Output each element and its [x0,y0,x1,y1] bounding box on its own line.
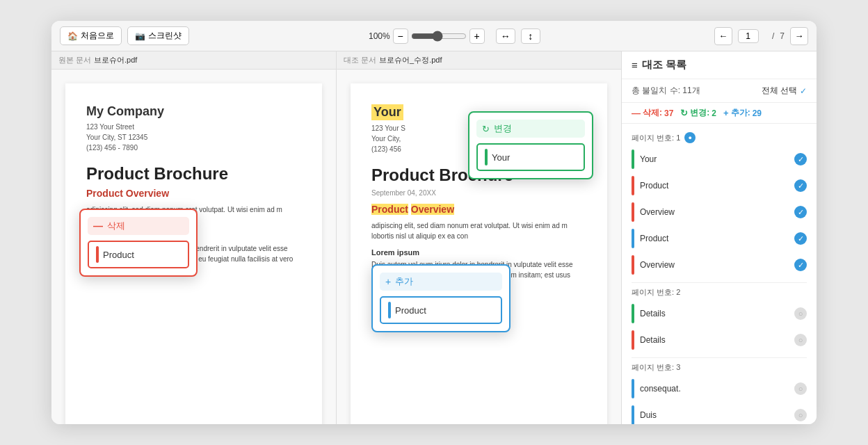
check-details-1[interactable]: ○ [794,307,807,320]
orig-doc-page: My Company 123 Your Street Your City, ST… [65,83,322,424]
delete-popup: — 삭제 Product [79,209,198,277]
page-total: 7 [780,31,785,41]
compare-date: September 04, 20XX [371,189,586,197]
prev-page-button[interactable]: ← [714,27,732,45]
add-badge: + 추가: 29 [723,107,762,119]
diff-row-details-2[interactable]: Details ○ [622,327,817,353]
check-your[interactable]: ✓ [794,153,807,165]
orig-title: Product Brochure [86,164,301,184]
zoom-label: 100% [369,31,390,41]
divider-2 [632,357,807,358]
app-window: 🏠 처음으로 📷 스크린샷 100% − + ↔ ↕ ← / 7 → [51,21,817,424]
diff-bar-your [632,149,634,169]
check-product-2[interactable]: ✓ [794,232,807,245]
main-content: 원본 문서 브로슈어.pdf My Company 123 Your Stree… [51,51,817,424]
list-icon: ≡ [632,59,638,71]
change-popup: ↻ 변경 Your [468,111,593,179]
home-icon: 🏠 [67,31,78,41]
diff-row-consequat[interactable]: consequat. ○ [622,375,817,402]
sidebar-header: ≡ 대조 목록 [622,51,817,79]
diff-bar-details-2 [632,330,634,350]
check-product-1[interactable]: ✓ [794,179,807,192]
refresh-badge-icon: ↻ [680,108,688,118]
compare-company: Your [371,104,403,120]
checkmark-icon: ✓ [800,86,807,96]
diff-bar-overview-1 [632,202,634,222]
next-page-button[interactable]: → [790,27,808,45]
diff-row-duis[interactable]: Duis ○ [622,402,817,424]
orig-panel: 원본 문서 브로슈어.pdf My Company 123 Your Stree… [51,51,337,424]
orig-company: My Company [86,104,301,119]
minus-badge-icon: — [632,108,641,118]
doc-panels: 원본 문서 브로슈어.pdf My Company 123 Your Stree… [51,51,622,424]
delete-popup-header: — 삭제 [88,217,189,235]
compare-lorem-title: Lorem ipsum [371,248,586,257]
change-popup-header: ↻ 변경 [476,120,585,138]
change-popup-item: Your [476,143,585,171]
page-section-1: 페이지 번호: 1 ● Your ✓ Product ✓ [622,129,817,278]
check-overview-2[interactable]: ✓ [794,259,807,271]
check-details-2[interactable]: ○ [794,334,807,346]
page-badge-1: ● [684,132,696,143]
page-sep: / [772,31,774,41]
sidebar-title: ≡ 대조 목록 [632,58,807,72]
orig-addr: 123 Your Street Your City, ST 12345 (123… [86,122,301,153]
plus-icon: + [385,276,391,287]
diff-row-product-1[interactable]: Product ✓ [622,172,817,199]
home-button[interactable]: 🏠 처음으로 [60,26,122,45]
compare-body: adipiscing elit, sed diam nonum erat vol… [371,220,586,241]
check-duis[interactable]: ○ [794,409,807,421]
diff-row-your[interactable]: Your ✓ [622,146,817,172]
orig-section-title: Product Overview [86,188,301,199]
diff-bar-product-1 [632,176,634,195]
diff-bar-overview-2 [632,255,634,275]
zoom-slider[interactable] [411,31,467,42]
minus-icon: — [93,220,103,232]
compare-doc-page: Your 123 Your S Your City, (123) 456 Pro… [351,83,607,424]
screenshot-button[interactable]: 📷 스크린샷 [127,26,189,45]
orig-tab: 원본 문서 브로슈어.pdf [51,51,336,70]
orig-doc-content[interactable]: My Company 123 Your Street Your City, ST… [51,70,336,424]
delete-popup-item: Product [88,241,189,268]
plus-badge-icon: + [723,108,729,118]
check-overview-1[interactable]: ✓ [794,206,807,218]
change-icon: ↻ [482,124,490,134]
sidebar-list[interactable]: 페이지 번호: 1 ● Your ✓ Product ✓ [622,124,817,424]
diff-row-overview-2[interactable]: Overview ✓ [622,252,817,278]
fit-width-button[interactable]: ↔ [496,29,515,44]
sidebar: ≡ 대조 목록 총 불일치 수: 11개 전체 선택 ✓ — 삭제: 37 [622,51,817,424]
diff-bar-duis [632,405,634,424]
page-label-2: 페이지 번호: 2 [622,284,817,300]
compare-panel: 대조 문서 브로슈어_수정.pdf Your 123 Your S Your C… [337,51,621,424]
zoom-out-button[interactable]: − [393,29,408,44]
sidebar-stats: 총 불일치 수: 11개 전체 선택 ✓ [622,79,817,103]
check-consequat[interactable]: ○ [794,382,807,395]
screenshot-icon: 📷 [135,31,145,41]
compare-doc-content[interactable]: Your 123 Your S Your City, (123) 456 Pro… [337,70,621,424]
change-badge: ↻ 변경: 2 [680,107,716,119]
page-section-2: 페이지 번호: 2 Details ○ Details ○ [622,284,817,353]
diff-bar-details-1 [632,304,634,323]
add-popup-header: + 추가 [380,273,502,291]
delete-badge: — 삭제: 37 [632,107,673,119]
page-input[interactable] [738,29,759,43]
page-label-1: 페이지 번호: 1 ● [622,129,817,146]
delete-color-bar [96,246,99,263]
page-section-3: 페이지 번호: 3 consequat. ○ Duis ○ [622,359,817,424]
diff-row-details-1[interactable]: Details ○ [622,300,817,327]
diff-row-product-2[interactable]: Product ✓ [622,225,817,252]
add-popup: + 추가 Product [371,264,511,332]
diff-bar-product-2 [632,229,634,248]
page-separator [764,31,766,41]
change-color-bar [485,149,488,165]
add-popup-item: Product [380,296,502,324]
rotate-button[interactable]: ↕ [521,29,540,44]
diff-row-overview-1[interactable]: Overview ✓ [622,199,817,225]
zoom-in-button[interactable]: + [469,29,485,44]
diff-summary: — 삭제: 37 ↻ 변경: 2 + 추가: 29 [622,103,817,124]
compare-section-title: Product Overview [371,204,586,215]
divider-1 [632,282,807,283]
zoom-controls: 100% − + [369,29,485,44]
select-all-button[interactable]: 전체 선택 ✓ [762,85,807,97]
toolbar: 🏠 처음으로 📷 스크린샷 100% − + ↔ ↕ ← / 7 → [51,21,817,51]
